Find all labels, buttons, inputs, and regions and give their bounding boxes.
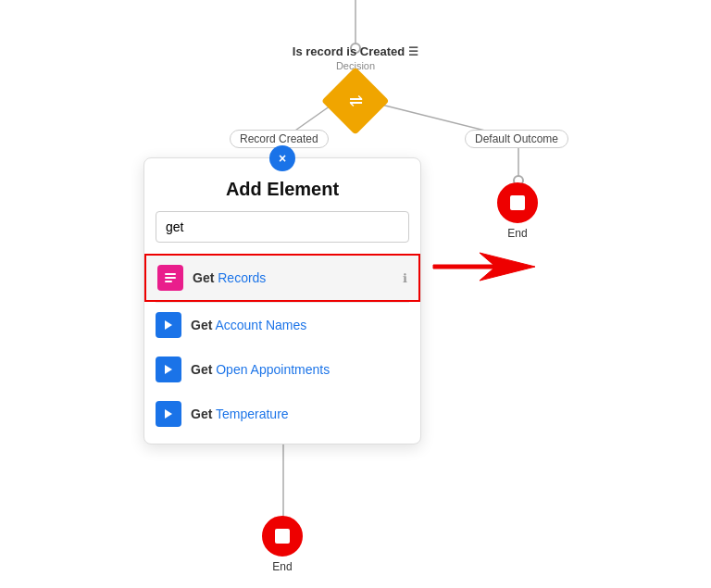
svg-rect-10 [165,277,176,279]
canvas: Is record is Created ☰ Decision ⇌ Record… [0,0,711,588]
get-records-icon [157,265,183,291]
svg-marker-13 [165,365,172,374]
svg-marker-15 [433,253,535,281]
arrow-annotation [424,248,535,285]
list-item-get-temperature[interactable]: Get Temperature [144,392,420,436]
decision-label: Is record is Created ☰ [293,44,418,58]
end-stop-icon-top-right [510,195,525,210]
diamond-icon: ⇌ [348,93,362,109]
get-open-appointments-icon [156,357,181,382]
get-account-names-text: Get Account Names [191,318,409,332]
search-input[interactable] [156,211,409,243]
get-temperature-icon [156,401,181,427]
end-circle-bottom [262,516,303,557]
decision-node: Is record is Created ☰ Decision ⇌ [293,44,418,125]
get-account-names-icon [156,312,181,338]
end-node-top-right: End [497,182,538,240]
end-circle-top-right [497,182,538,223]
branch-label-default-outcome: Default Outcome [465,130,568,148]
svg-rect-11 [165,281,172,282]
end-stop-icon-bottom [275,529,290,544]
get-records-text: Get Records [193,270,393,285]
end-node-bottom: End [262,516,303,573]
svg-marker-14 [165,409,172,419]
get-open-appointments-text: Get Open Appointments [191,362,409,377]
end-label-bottom: End [272,560,292,573]
close-button[interactable]: × [269,145,295,171]
svg-marker-12 [165,320,172,330]
add-element-panel: × Add Element Get Records ℹ [143,157,421,444]
list-item-get-account-names[interactable]: Get Account Names [144,303,420,347]
list-item-get-open-appointments[interactable]: Get Open Appointments [144,347,420,392]
decision-menu-icon[interactable]: ☰ [408,45,418,58]
svg-rect-9 [165,273,176,275]
list-item-get-records[interactable]: Get Records ℹ [144,254,420,302]
panel-list: Get Records ℹ Get Account Names [144,254,420,444]
decision-diamond: ⇌ [321,67,390,135]
end-label-top-right: End [507,227,527,240]
info-icon-get-records[interactable]: ℹ [403,271,407,285]
get-temperature-text: Get Temperature [191,407,409,421]
